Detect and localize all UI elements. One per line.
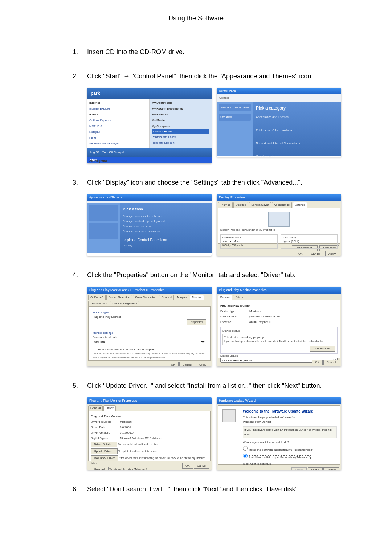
- mp-tab-colorm[interactable]: Color Management: [110, 301, 139, 306]
- dp-cq-val[interactable]: Highest (32 bit): [282, 239, 336, 243]
- sm-mycomp[interactable]: My Computer: [152, 123, 209, 129]
- pnp-tab-general[interactable]: General: [218, 295, 232, 300]
- dp-tab-screensaver[interactable]: Screen Saver: [249, 202, 271, 208]
- pnpd-ok[interactable]: OK: [182, 463, 193, 469]
- sm-mct[interactable]: MCT 10.0: [89, 123, 147, 129]
- dp-ok[interactable]: OK: [295, 251, 306, 256]
- at-task-ss[interactable]: Choose a screen saver: [123, 224, 209, 229]
- cp-title: Control Panel: [217, 88, 341, 94]
- mp-tab-devsel[interactable]: Device Selection: [106, 295, 132, 300]
- wiz-question: What do you want the wizard to do?: [243, 440, 337, 444]
- pnpd-tab-general[interactable]: General: [88, 405, 103, 411]
- wiz-intro: This wizard helps you install software f…: [243, 415, 337, 420]
- steps-list: Insert CD into the CD-ROM drive. Click "…: [51, 47, 341, 494]
- sm-mypics[interactable]: My Pictures: [152, 112, 209, 118]
- sm-mydocs[interactable]: My Documents: [152, 100, 209, 106]
- cp-cat-network[interactable]: Network and Internet Connections: [256, 141, 303, 145]
- dp-tab-appearance[interactable]: Appearance: [272, 202, 292, 208]
- sm-internet-sub: Internet Explorer: [89, 106, 147, 112]
- sm-logoff[interactable]: Log Off: [90, 150, 99, 155]
- mp-apply[interactable]: Apply: [196, 362, 209, 366]
- sm-email-sub: Outlook Express: [89, 118, 147, 123]
- mp-tab-monitor[interactable]: Monitor: [190, 295, 204, 300]
- mp-tab-troubleshoot[interactable]: Troubleshoot: [88, 301, 109, 306]
- sm-recent[interactable]: My Recent Documents: [152, 106, 209, 112]
- pnp-tab-driver[interactable]: Driver: [233, 295, 245, 300]
- mp-tab-adapter[interactable]: Adapter: [175, 295, 189, 300]
- screenshot-pnp-driver: Plug and Play Monitor Properties General…: [87, 397, 212, 470]
- pnpd-cancel[interactable]: Cancel: [194, 463, 209, 469]
- pnp-ok[interactable]: OK: [312, 360, 323, 365]
- at-pick-task: Pick a task...: [123, 206, 209, 212]
- dp-cancel[interactable]: Cancel: [308, 251, 323, 256]
- wiz-title: Hardware Update Wizard: [217, 397, 341, 405]
- sm-wmp[interactable]: Windows Media Player: [89, 141, 147, 147]
- screenshot-appearance-themes: Appearance and Themes Pick a task... Cha…: [87, 194, 212, 256]
- cp-cat-user[interactable]: User Accounts: [256, 154, 303, 157]
- pnpd-details[interactable]: Driver Details...: [91, 442, 117, 447]
- pnpd-uninstall[interactable]: Uninstall: [91, 467, 109, 470]
- screenshot-hardware-wizard: Hardware Update Wizard Welcome to the Ha…: [217, 397, 341, 470]
- pnp-name: Plug and Play Monitor: [220, 304, 338, 308]
- mp-tab-color[interactable]: Color Correction: [133, 295, 158, 300]
- dp-apply[interactable]: Apply: [325, 251, 339, 256]
- dp-tab-settings[interactable]: Settings: [293, 202, 307, 208]
- step-4-text: Click the "Properties" button on the "Mo…: [87, 271, 296, 279]
- sm-control-panel[interactable]: Control Panel: [152, 129, 209, 134]
- screenshot-display-properties: Display Properties Themes Desktop Screen…: [217, 194, 341, 256]
- sm-email[interactable]: E-mail: [89, 112, 147, 118]
- mp-refresh-select[interactable]: 60 Hertz: [93, 340, 206, 344]
- at-task-bg[interactable]: Change the desktop background: [123, 219, 209, 223]
- cp-cat-appearance[interactable]: Appearance and Themes: [256, 115, 303, 119]
- mp-tab-general[interactable]: General: [159, 295, 173, 300]
- dp-title: Display Properties: [217, 194, 341, 201]
- mp-hide-note: Clearing this check box allows you to se…: [93, 352, 206, 360]
- cp-switch-view[interactable]: Switch to Classic View: [219, 104, 251, 111]
- at-title: Appearance and Themes: [87, 194, 212, 201]
- step-5-text: Click "Update Driver..." and select "Ins…: [87, 382, 322, 389]
- mp-properties-btn[interactable]: Properties: [187, 319, 206, 325]
- sm-internet[interactable]: Internet: [89, 100, 147, 106]
- sm-paint[interactable]: Paint: [89, 135, 147, 141]
- wiz-device: Plug and Play Monitor: [243, 420, 337, 424]
- wiz-opt1[interactable]: [243, 446, 248, 451]
- wiz-next[interactable]: Next >: [308, 467, 323, 470]
- pnpd-rollback[interactable]: Roll Back Driver: [91, 455, 118, 461]
- mp-mtype-lbl: Monitor type: [93, 311, 206, 315]
- step-3-text: Click "Display" icon and choose the "Set…: [87, 179, 302, 186]
- cp-pick-category: Pick a category: [256, 105, 338, 111]
- wiz-opt2[interactable]: [243, 454, 248, 458]
- sm-notepad[interactable]: Notepad: [89, 129, 147, 135]
- sm-help[interactable]: Help and Support: [152, 140, 209, 146]
- sm-turnoff[interactable]: Turn Off Computer: [102, 150, 126, 155]
- cp-cat-printers[interactable]: Printers and Other Hardware: [256, 128, 303, 132]
- at-task-theme[interactable]: Change the computer's theme: [123, 214, 209, 218]
- pnpd-update[interactable]: Update Driver...: [91, 448, 118, 454]
- pnp-troubleshoot[interactable]: Troubleshoot...: [310, 346, 335, 352]
- dp-tab-themes[interactable]: Themes: [218, 202, 233, 208]
- at-side-seealso: [89, 205, 118, 221]
- step-1-text: Insert CD into the CD-ROM drive.: [87, 48, 184, 56]
- dp-res-val: 1024 by 768 pixels: [222, 243, 276, 247]
- mp-ok[interactable]: OK: [168, 362, 179, 366]
- at-task-res[interactable]: Change the screen resolution: [123, 229, 209, 234]
- mp-tab-geforce[interactable]: GeForce3: [88, 295, 106, 300]
- at-icon-display[interactable]: Display: [123, 243, 209, 248]
- sm-mymusic[interactable]: My Music: [152, 118, 209, 123]
- dp-tab-desktop[interactable]: Desktop: [233, 202, 248, 208]
- sm-printers[interactable]: Printers and Faxes: [152, 134, 209, 140]
- pnp-status-note: If you are having problems with this dev…: [224, 340, 334, 344]
- sm-allprograms[interactable]: All Programs: [89, 158, 147, 163]
- pnpd-title: Plug and Play Monitor Properties: [87, 397, 212, 405]
- pnp-title: Plug and Play Monitor Properties: [217, 287, 341, 294]
- pnpd-tab-driver[interactable]: Driver: [103, 405, 115, 411]
- wiz-cancel[interactable]: Cancel: [323, 467, 339, 470]
- mp-hide-check[interactable]: [93, 346, 97, 350]
- mp-mtype-val: Plug and Play Monitor: [93, 315, 206, 319]
- at-toolbar: [87, 201, 212, 203]
- pnp-cancel[interactable]: Cancel: [323, 360, 339, 365]
- at-or-pick: or pick a Control Panel icon: [123, 237, 209, 243]
- mp-cancel[interactable]: Cancel: [179, 362, 195, 366]
- cp-see-also: See Also: [219, 114, 251, 121]
- mp-title: Plug and Play Monitor and 3D Prophet III…: [87, 287, 212, 294]
